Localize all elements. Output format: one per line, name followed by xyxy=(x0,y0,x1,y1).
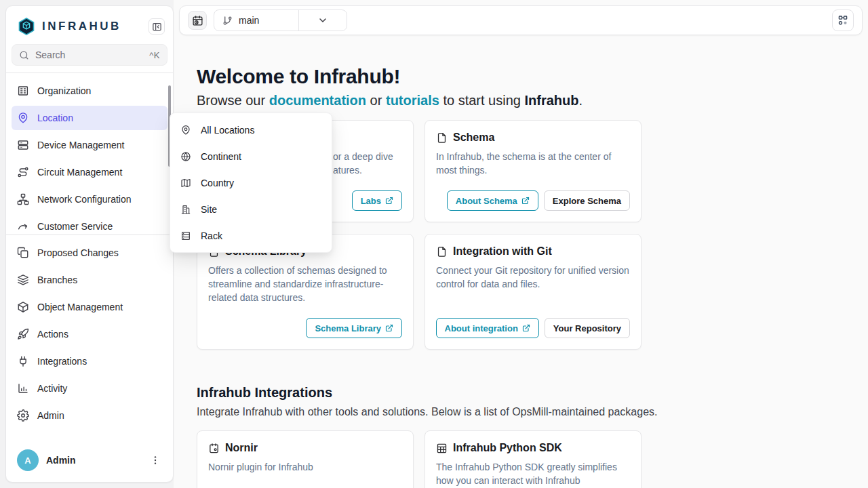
subtitle-text: or xyxy=(366,93,386,108)
panel-collapse-icon xyxy=(152,22,162,32)
button-label: About integration xyxy=(445,323,518,333)
copy-icon xyxy=(17,247,29,259)
time-travel-button[interactable] xyxy=(188,11,207,30)
infrahub-logo-icon xyxy=(17,17,36,36)
sidebar-primary-nav: Organization Location Device Management xyxy=(12,73,167,235)
sidebar-secondary-nav: Proposed Changes Branches Object Managem… xyxy=(12,235,167,433)
git-integration-card: Integration with Git Connect your Git re… xyxy=(425,234,642,350)
sidebar-item-network-configuration[interactable]: Network Configuration xyxy=(12,187,167,211)
branch-selector[interactable]: main xyxy=(214,9,347,31)
external-link-icon xyxy=(385,197,393,205)
sidebar-item-label: Admin xyxy=(37,410,64,421)
cube-icon xyxy=(17,301,29,313)
integrations-cards-row: Nornir Nornir plugin for Infrahub Infrah… xyxy=(197,430,868,488)
card-description: The Infrahub Python SDK greatly simplifi… xyxy=(436,460,630,488)
server-icon xyxy=(17,139,29,151)
about-integration-button[interactable]: About integration xyxy=(436,318,539,338)
card-description: Offers a collection of schemas designed … xyxy=(208,264,402,304)
menu-item-label: Rack xyxy=(201,230,222,241)
gear-icon xyxy=(17,409,29,422)
avatar: A xyxy=(17,449,39,471)
nornir-card: Nornir Nornir plugin for Infrahub xyxy=(197,430,414,488)
sidebar-item-proposed-changes[interactable]: Proposed Changes xyxy=(12,241,167,265)
plug-icon xyxy=(17,355,29,367)
table-icon xyxy=(436,443,448,454)
button-label: Your Repository xyxy=(553,323,621,333)
schema-card: Schema In Infrahub, the schema is at the… xyxy=(425,120,642,222)
branch-selector-value: main xyxy=(214,10,298,30)
rack-icon xyxy=(180,230,191,241)
menu-item-label: Country xyxy=(201,178,234,188)
search-input[interactable]: ^K xyxy=(12,44,167,66)
sidebar-item-label: Device Management xyxy=(37,140,124,150)
subtitle-text: to start using xyxy=(439,93,525,108)
sidebar-item-label: Organization xyxy=(37,85,91,96)
file-icon xyxy=(436,132,448,144)
user-name: Admin xyxy=(46,455,76,466)
sidebar-item-label: Actions xyxy=(37,329,68,340)
map-pin-icon xyxy=(17,112,29,124)
collapse-sidebar-button[interactable] xyxy=(149,18,165,35)
sidebar-item-label: Circuit Management xyxy=(37,167,122,178)
card-title: Infrahub Python SDK xyxy=(453,442,562,454)
main-content: Welcome to Infrahub! Browse our document… xyxy=(174,35,868,488)
documentation-link[interactable]: documentation xyxy=(269,93,366,108)
calendar-clock-icon xyxy=(192,15,203,26)
search-shortcut: ^K xyxy=(149,50,160,60)
integrations-section-subtitle: Integrate Infrahub with other tools and … xyxy=(197,405,868,420)
labs-button[interactable]: Labs xyxy=(352,190,402,211)
card-title: Integration with Git xyxy=(453,245,552,258)
sidebar-item-customer-service[interactable]: Customer Service xyxy=(12,214,167,235)
your-repository-button[interactable]: Your Repository xyxy=(545,318,630,338)
sidebar-item-label: Network Configuration xyxy=(37,194,132,205)
about-schema-button[interactable]: About Schema xyxy=(447,190,538,211)
location-menu-item-site[interactable]: Site xyxy=(170,196,332,222)
sidebar-item-admin[interactable]: Admin xyxy=(12,403,167,428)
layers-icon xyxy=(17,274,29,286)
python-sdk-card: Infrahub Python SDK The Infrahub Python … xyxy=(425,430,642,488)
curved-arrow-icon xyxy=(17,220,29,232)
sidebar-item-location[interactable]: Location xyxy=(12,106,167,130)
button-label: About Schema xyxy=(456,196,517,206)
branch-name: main xyxy=(239,15,259,26)
card-description: Connect your Git repository for unified … xyxy=(436,264,630,291)
infrahub-logo: INFRAHUB xyxy=(17,17,121,36)
sidebar-item-device-management[interactable]: Device Management xyxy=(12,133,167,157)
sidebar-item-actions[interactable]: Actions xyxy=(12,322,167,346)
user-row[interactable]: A Admin xyxy=(12,444,167,476)
search-icon xyxy=(19,50,29,60)
location-menu-item-all-locations[interactable]: All Locations xyxy=(170,117,332,143)
building2-icon xyxy=(180,204,191,215)
calendar-check-icon xyxy=(208,443,220,454)
location-menu-item-country[interactable]: Country xyxy=(170,169,332,196)
git-branch-icon xyxy=(222,16,233,26)
globe-icon xyxy=(180,151,191,162)
user-menu-button[interactable] xyxy=(147,452,163,468)
sidebar-item-circuit-management[interactable]: Circuit Management xyxy=(12,160,167,184)
location-menu-item-rack[interactable]: Rack xyxy=(170,222,332,249)
file-icon xyxy=(436,246,448,258)
explore-schema-button[interactable]: Explore Schema xyxy=(544,190,630,211)
menu-item-label: Continent xyxy=(201,151,241,162)
external-link-icon xyxy=(522,324,530,332)
subtitle-text: Browse our xyxy=(197,93,269,108)
kebab-icon xyxy=(150,455,161,466)
tutorials-link[interactable]: tutorials xyxy=(386,93,439,108)
location-menu-item-continent[interactable]: Continent xyxy=(170,143,332,169)
map-icon xyxy=(180,178,191,188)
sidebar-item-activity[interactable]: Activity xyxy=(12,376,167,401)
sidebar-item-object-management[interactable]: Object Management xyxy=(12,295,167,319)
schema-library-button[interactable]: Schema Library xyxy=(306,318,402,338)
search-field[interactable] xyxy=(35,49,143,60)
sidebar-item-label: Proposed Changes xyxy=(37,247,119,258)
sidebar-item-organization[interactable]: Organization xyxy=(12,79,167,103)
sidebar-item-label: Location xyxy=(37,113,73,123)
branch-selector-toggle[interactable] xyxy=(299,10,347,30)
network-icon xyxy=(17,193,29,205)
workflow-button[interactable] xyxy=(832,9,854,31)
sidebar-item-branches[interactable]: Branches xyxy=(12,268,167,292)
button-label: Schema Library xyxy=(315,323,381,333)
sidebar-item-integrations[interactable]: Integrations xyxy=(12,349,167,373)
brand-name: INFRAHUB xyxy=(42,20,121,33)
sidebar-item-label: Integrations xyxy=(37,356,87,367)
